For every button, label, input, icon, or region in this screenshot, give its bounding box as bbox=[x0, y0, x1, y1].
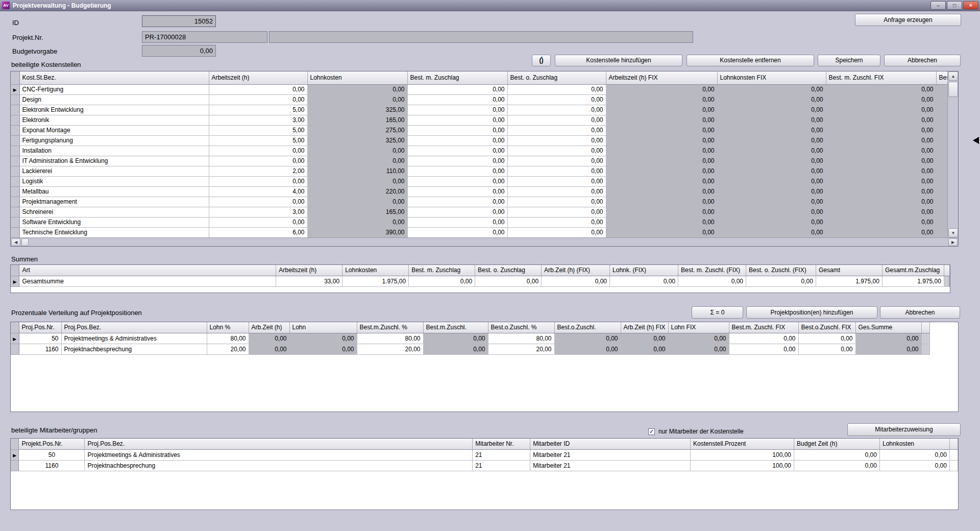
cell[interactable]: Projektmanagement bbox=[19, 197, 209, 207]
column-header[interactable]: Ges.Summe bbox=[855, 322, 921, 333]
cell[interactable]: 0,00 bbox=[507, 217, 606, 227]
column-header[interactable]: Gesamt bbox=[816, 265, 882, 276]
column-header[interactable]: Best. m. Zuschlag bbox=[407, 71, 507, 84]
cell[interactable]: 0,00 bbox=[407, 227, 507, 237]
cell[interactable]: 0,00 bbox=[209, 217, 307, 227]
column-header[interactable]: Best.m. Zuschl. FIX bbox=[729, 322, 798, 333]
cell[interactable]: 0,00 bbox=[507, 135, 606, 146]
column-header[interactable]: Arb.Zeit (h) FIX bbox=[621, 322, 668, 333]
kostenstelle-hinzufuegen-button[interactable]: Kostenstelle hinzufügen bbox=[555, 55, 682, 66]
cell[interactable]: 0,00 bbox=[507, 176, 606, 186]
cell[interactable]: Mitarbeiter 21 bbox=[530, 449, 691, 460]
nur-mitarbeiter-checkbox[interactable]: ✓ bbox=[648, 428, 655, 435]
close-button[interactable]: × bbox=[963, 1, 978, 10]
prozentual-abbrechen-button[interactable]: Abbrechen bbox=[880, 306, 960, 319]
cell[interactable] bbox=[949, 449, 958, 460]
column-header[interactable]: Gesamt.m.Zuschlag bbox=[882, 265, 944, 276]
cell[interactable]: 0,00 bbox=[407, 94, 507, 105]
nur-mitarbeiter-checkbox-label[interactable]: nur Mitarbeiter der Kostenstelle bbox=[658, 428, 744, 435]
cell[interactable]: 0,00 bbox=[209, 94, 307, 105]
budgetvorgabe-field[interactable]: 0,00 bbox=[142, 45, 216, 57]
column-header[interactable]: Arb.Zeit (h) bbox=[249, 322, 289, 333]
cell[interactable]: 0,00 bbox=[407, 207, 507, 217]
horizontal-scrollbar[interactable]: ◀ ▶ bbox=[11, 237, 958, 246]
cell[interactable]: Elektronik Entwicklung bbox=[19, 105, 209, 115]
row-selector[interactable] bbox=[11, 115, 19, 125]
cell[interactable]: Exponat Montage bbox=[19, 125, 209, 135]
column-header[interactable]: Best. m. Zuschlag bbox=[409, 265, 475, 276]
cell[interactable]: 0,00 bbox=[507, 94, 606, 105]
cell[interactable]: 0,00 bbox=[475, 276, 542, 286]
cell[interactable]: 0,00 bbox=[407, 105, 507, 115]
row-selector[interactable] bbox=[11, 344, 19, 354]
cell[interactable]: 0,00 bbox=[407, 125, 507, 135]
cell[interactable]: 0,00 bbox=[542, 276, 610, 286]
cell[interactable]: 21 bbox=[473, 449, 530, 460]
speichern-button[interactable]: Speichern bbox=[818, 55, 880, 66]
cell[interactable]: 0,00 bbox=[507, 207, 606, 217]
cell[interactable]: Installation bbox=[19, 146, 209, 156]
minimize-button[interactable]: – bbox=[930, 1, 946, 10]
column-header[interactable]: Lohnkonsten FIX bbox=[717, 71, 826, 84]
cell[interactable]: 0,00 bbox=[794, 449, 880, 460]
refresh-button[interactable]: () bbox=[532, 55, 551, 66]
cell[interactable]: 6,00 bbox=[209, 227, 307, 237]
cell[interactable]: 0,00 bbox=[407, 146, 507, 156]
abbrechen-button[interactable]: Abbrechen bbox=[884, 55, 961, 66]
column-header[interactable]: Lohnkosten bbox=[307, 71, 407, 84]
column-header[interactable]: Lohnkosten bbox=[879, 439, 949, 449]
cell[interactable]: 0,00 bbox=[407, 115, 507, 125]
cell[interactable]: Lackiererei bbox=[19, 166, 209, 176]
row-selector[interactable] bbox=[11, 156, 19, 166]
cell[interactable] bbox=[949, 460, 958, 471]
horizontal-scrollbar-thumb[interactable] bbox=[21, 238, 29, 246]
cell[interactable]: Mitarbeiter 21 bbox=[530, 460, 691, 471]
column-header[interactable]: Budget Zeit (h) bbox=[794, 439, 880, 449]
cell[interactable]: 0,00 bbox=[209, 84, 307, 94]
column-header[interactable]: Lohnk. (FIX) bbox=[610, 265, 678, 276]
cell[interactable]: 0,00 bbox=[507, 156, 606, 166]
cell[interactable]: 20,00 bbox=[357, 344, 423, 354]
mitarbeiterzuweisung-button[interactable]: Mitarbeiterzuweisung bbox=[847, 423, 961, 436]
cell[interactable]: Design bbox=[19, 94, 209, 105]
column-header[interactable]: Best.o.Zuschl. FIX bbox=[798, 322, 855, 333]
row-selector[interactable]: ▶ bbox=[11, 84, 19, 94]
cell[interactable]: 0,00 bbox=[729, 333, 798, 344]
column-header[interactable]: Best.o.Zuschl. % bbox=[488, 322, 554, 333]
cell[interactable]: 0,00 bbox=[507, 146, 606, 156]
cell[interactable]: 5,00 bbox=[209, 105, 307, 115]
cell[interactable]: Fertigungsplanung bbox=[19, 135, 209, 146]
cell[interactable]: 0,00 bbox=[209, 156, 307, 166]
sigma-null-button[interactable]: Σ = 0 bbox=[692, 306, 743, 319]
cell[interactable]: 0,00 bbox=[407, 166, 507, 176]
column-header[interactable]: Best. m. Zuschl. (FIX) bbox=[678, 265, 746, 276]
projektposition-hinzufuegen-button[interactable]: Projektposition(en) hinzufügen bbox=[746, 306, 877, 319]
scroll-left-button[interactable]: ◀ bbox=[11, 238, 20, 246]
cell[interactable]: 80,00 bbox=[207, 333, 249, 344]
cell[interactable]: 0,00 bbox=[407, 135, 507, 146]
column-header[interactable]: Art bbox=[19, 265, 276, 276]
cell[interactable]: Elektronik bbox=[19, 115, 209, 125]
cell[interactable]: Projektmeetings & Administratives bbox=[85, 449, 473, 460]
column-header[interactable]: Arbeitszeit (h) bbox=[276, 265, 342, 276]
cell[interactable]: 0,00 bbox=[798, 333, 855, 344]
row-selector[interactable] bbox=[11, 197, 19, 207]
row-selector[interactable] bbox=[11, 176, 19, 186]
cell[interactable]: 0,00 bbox=[407, 197, 507, 207]
column-header[interactable]: Best. o. Zuschl. (FIX) bbox=[746, 265, 816, 276]
cell[interactable]: Technische Entwicklung bbox=[19, 227, 209, 237]
column-header[interactable]: Proj.Pos.Bez. bbox=[85, 439, 473, 449]
cell[interactable]: 0,00 bbox=[507, 84, 606, 94]
column-header[interactable]: Kost.St.Bez. bbox=[19, 71, 209, 84]
cell[interactable]: 21 bbox=[473, 460, 530, 471]
cell[interactable]: Projektnachbesprechung bbox=[85, 460, 473, 471]
cell[interactable]: 0,00 bbox=[209, 146, 307, 156]
cell[interactable]: 5,00 bbox=[209, 125, 307, 135]
maximize-button[interactable]: □ bbox=[947, 1, 962, 10]
cell[interactable]: 1.975,00 bbox=[882, 276, 944, 286]
cell[interactable]: 0,00 bbox=[507, 166, 606, 176]
cell[interactable]: Projektnachbesprechung bbox=[61, 344, 207, 354]
cell[interactable]: 0,00 bbox=[798, 344, 855, 354]
cell[interactable]: 0,00 bbox=[407, 217, 507, 227]
cell[interactable]: 0,00 bbox=[507, 227, 606, 237]
